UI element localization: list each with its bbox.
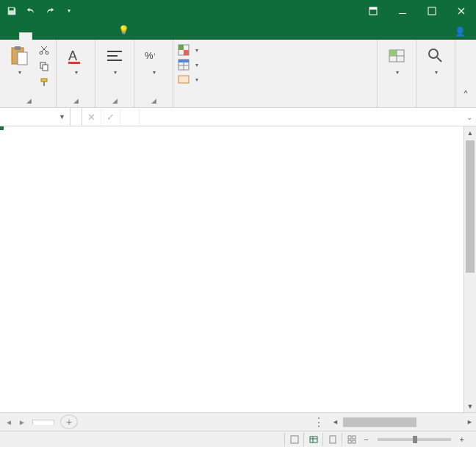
tab-scroll-grip-icon[interactable]: ⋮ — [309, 415, 329, 429]
sign-in[interactable] — [434, 32, 447, 40]
tab-review[interactable] — [85, 32, 98, 40]
svg-point-25 — [429, 49, 438, 58]
horizontal-scrollbar[interactable]: ◄ ► — [329, 416, 476, 428]
new-sheet-icon[interactable]: + — [60, 415, 78, 429]
tab-page-layout[interactable] — [46, 32, 59, 40]
font-button[interactable]: A ▾ — [61, 41, 90, 79]
zoom-out-icon[interactable]: − — [361, 435, 371, 444]
number-button[interactable]: %, ▾ — [139, 41, 168, 79]
ribbon-tabs: 💡 👤 — [0, 21, 476, 40]
close-button[interactable] — [447, 0, 476, 21]
status-bar: − + — [0, 431, 476, 447]
tab-home[interactable] — [19, 32, 32, 40]
svg-rect-26 — [291, 436, 298, 443]
svg-rect-31 — [348, 440, 351, 443]
page-layout-view-icon[interactable] — [322, 433, 342, 446]
minimize-button[interactable] — [388, 0, 417, 21]
maximize-button[interactable] — [417, 0, 447, 21]
expand-formula-bar-icon[interactable]: ⌄ — [463, 113, 476, 121]
format-painter-icon[interactable] — [37, 75, 51, 90]
namebox-dropdown-icon[interactable]: ▼ — [59, 113, 65, 121]
sheet-tab[interactable] — [32, 420, 54, 425]
sheet-tab-bar: ◄ ► + ⋮ ◄ ► — [0, 412, 476, 431]
number-icon: %, — [142, 44, 165, 68]
enter-formula-icon[interactable]: ✓ — [101, 108, 120, 126]
ribbon-group-font: A ▾ ◢ — [57, 40, 95, 107]
svg-text:A: A — [68, 49, 77, 63]
cancel-formula-icon[interactable]: ✕ — [82, 108, 101, 126]
ribbon-group-clipboard: ▾ ◢ — [0, 40, 57, 107]
ribbon: ▾ ◢ A ▾ ◢ ▾ ◢ — [0, 40, 476, 108]
ribbon-group-cells: ▾ — [378, 40, 416, 107]
ribbon-options-icon[interactable] — [358, 0, 388, 21]
svg-rect-19 — [184, 50, 189, 55]
hscroll-thumb[interactable] — [343, 417, 416, 427]
svg-rect-32 — [353, 440, 356, 443]
qat-customize-icon[interactable]: ▾ — [60, 2, 78, 20]
vscroll-thumb[interactable] — [466, 140, 475, 273]
record-macro-icon[interactable] — [284, 433, 303, 446]
svg-rect-29 — [348, 436, 351, 439]
svg-rect-10 — [43, 65, 48, 71]
lightbulb-icon: 💡 — [118, 25, 129, 35]
clipboard-launcher-icon[interactable]: ◢ — [26, 97, 32, 104]
formula-bar: ▼ ✕ ✓ ⌄ — [0, 108, 476, 126]
tab-file[interactable] — [0, 32, 19, 40]
title-bar: ▾ — [0, 0, 476, 21]
svg-rect-14 — [68, 62, 80, 64]
scroll-up-icon[interactable]: ▲ — [464, 126, 476, 139]
worksheet-grid[interactable] — [0, 126, 464, 412]
editing-button[interactable]: ▾ — [421, 41, 450, 79]
format-as-table-button[interactable]: ▾ — [178, 57, 198, 72]
copy-icon[interactable] — [37, 59, 51, 73]
svg-rect-12 — [43, 82, 45, 86]
ribbon-group-alignment: ▾ ◢ — [95, 40, 134, 107]
alignment-button[interactable]: ▾ — [100, 41, 129, 79]
conditional-formatting-icon — [178, 44, 190, 56]
tab-formulas[interactable] — [59, 32, 72, 40]
active-cell-cursor — [0, 126, 3, 129]
alignment-launcher-icon[interactable]: ◢ — [112, 97, 118, 104]
svg-rect-24 — [389, 50, 397, 56]
cells-button[interactable]: ▾ — [382, 41, 411, 79]
save-icon[interactable] — [3, 2, 21, 20]
zoom-slider[interactable] — [378, 438, 451, 441]
number-launcher-icon[interactable]: ◢ — [151, 97, 156, 104]
normal-view-icon[interactable] — [303, 433, 322, 446]
vertical-scrollbar[interactable]: ▲ ▼ — [464, 126, 476, 412]
redo-icon[interactable] — [41, 2, 59, 20]
svg-rect-18 — [178, 45, 184, 50]
svg-rect-28 — [330, 436, 336, 443]
svg-rect-30 — [353, 436, 356, 439]
scroll-left-icon[interactable]: ◄ — [329, 418, 342, 426]
tab-data[interactable] — [72, 32, 85, 40]
scroll-down-icon[interactable]: ▼ — [464, 400, 476, 412]
cell-styles-button[interactable]: ▾ — [178, 72, 198, 87]
page-break-view-icon[interactable] — [342, 433, 361, 446]
svg-rect-6 — [18, 52, 27, 65]
collapse-ribbon-icon[interactable]: ˄ — [455, 40, 476, 107]
conditional-formatting-button[interactable]: ▾ — [178, 43, 198, 57]
svg-rect-27 — [310, 437, 317, 442]
tab-view[interactable] — [98, 32, 112, 40]
share-button[interactable]: 👤 — [447, 24, 476, 40]
paste-icon — [7, 44, 31, 68]
name-box[interactable]: ▼ — [0, 108, 71, 126]
undo-icon[interactable] — [22, 2, 40, 20]
zoom-in-icon[interactable]: + — [457, 435, 467, 444]
scroll-right-icon[interactable]: ► — [464, 418, 476, 426]
font-launcher-icon[interactable]: ◢ — [73, 97, 79, 104]
svg-rect-2 — [399, 13, 406, 14]
insert-function-icon[interactable] — [120, 108, 140, 126]
tab-insert[interactable] — [32, 32, 46, 40]
alignment-icon — [103, 44, 126, 68]
svg-rect-22 — [178, 76, 189, 83]
next-sheet-icon[interactable]: ► — [16, 416, 28, 428]
cut-icon[interactable] — [37, 43, 51, 57]
ribbon-group-styles: ▾ ▾ ▾ — [173, 40, 378, 107]
svg-rect-1 — [369, 7, 377, 10]
ribbon-group-number: %, ▾ ◢ — [134, 40, 173, 107]
tell-me[interactable]: 💡 — [112, 21, 139, 40]
prev-sheet-icon[interactable]: ◄ — [3, 416, 15, 428]
paste-button[interactable]: ▾ — [4, 41, 34, 79]
